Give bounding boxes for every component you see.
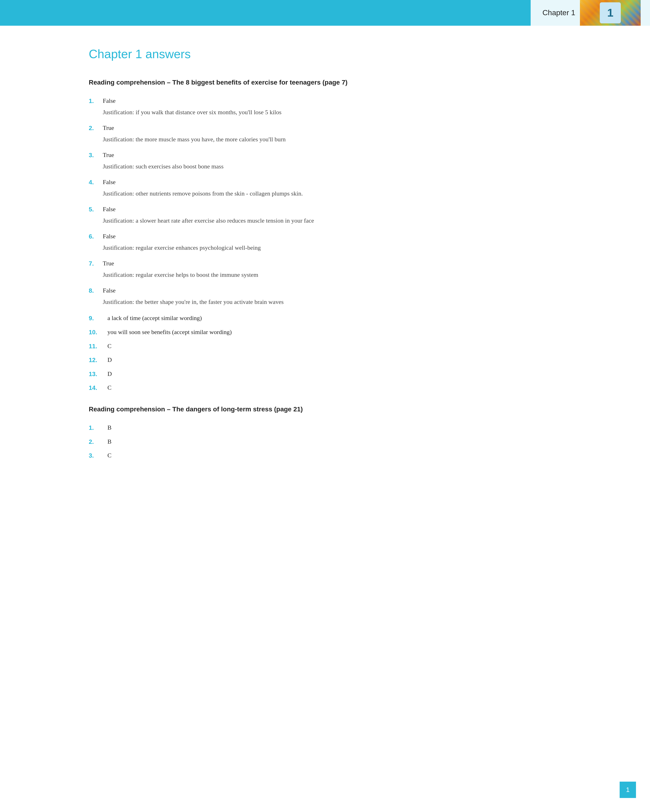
section-reading-comprehension-2: Reading comprehension – The dangers of l… [89,404,561,461]
inline-number-13: 13. [89,369,107,379]
answer-main-4: False [103,177,561,187]
chapter-image: 1 [580,0,641,26]
answer-number-7: 7. [89,259,103,269]
answer-justification-4: Justification: other nutrients remove po… [103,189,561,198]
answer-justification-3: Justification: such exercises also boost… [103,162,561,171]
inline-answer-9: 9. a lack of time (accept similar wordin… [89,313,561,323]
section-1-heading: Reading comprehension – The 8 biggest be… [89,78,561,87]
answer-content-8: False Justification: the better shape yo… [103,286,561,307]
inline-number-10: 10. [89,328,107,337]
answer-main-2: True [103,123,561,133]
answer-number-4: 4. [89,177,103,187]
section-2-heading: Reading comprehension – The dangers of l… [89,404,561,414]
content-area: Chapter 1 answers Reading comprehension … [0,26,650,491]
answer-item-2: 2. True Justification: the more muscle m… [89,123,561,144]
answer-item-7: 7. True Justification: regular exercise … [89,259,561,279]
answer-justification-6: Justification: regular exercise enhances… [103,243,561,252]
answer-item-1: 1. False Justification: if you walk that… [89,96,561,117]
answer-number-1: 1. [89,96,103,106]
answer-justification-1: Justification: if you walk that distance… [103,108,561,117]
header-bar: Chapter 1 1 [0,0,650,26]
answer-justification-5: Justification: a slower heart rate after… [103,216,561,225]
answer-justification-7: Justification: regular exercise helps to… [103,270,561,279]
header-bar-fill [0,0,531,26]
answer-item-8: 8. False Justification: the better shape… [89,286,561,307]
inline-answer-10: 10. you will soon see benefits (accept s… [89,328,561,337]
answer-justification-8: Justification: the better shape you're i… [103,298,561,307]
answer-main-5: False [103,205,561,214]
section2-number-1: 1. [89,423,107,433]
inline-number-14: 14. [89,383,107,393]
inline-answer-13: 13. D [89,369,561,379]
inline-number-11: 11. [89,342,107,351]
inline-text-13: D [107,369,112,379]
inline-answer-12: 12. D [89,355,561,365]
inline-text-10: you will soon see benefits (accept simil… [107,328,232,337]
inline-number-9: 9. [89,313,107,323]
answer-list-1: 1. False Justification: if you walk that… [89,96,561,307]
answer-content-3: True Justification: such exercises also … [103,150,561,171]
section2-text-3: C [107,451,111,460]
section2-text-2: B [107,437,111,446]
answer-main-6: False [103,232,561,241]
answer-content-5: False Justification: a slower heart rate… [103,205,561,225]
answer-number-6: 6. [89,232,103,241]
answer-item-5: 5. False Justification: a slower heart r… [89,205,561,225]
answer-item-3: 3. True Justification: such exercises al… [89,150,561,171]
answer-number-2: 2. [89,123,103,133]
answer-justification-2: Justification: the more muscle mass you … [103,135,561,144]
answer-content-4: False Justification: other nutrients rem… [103,177,561,198]
chapter-badge: Chapter 1 1 [531,0,650,26]
answer-item-6: 6. False Justification: regular exercise… [89,232,561,252]
answer-main-8: False [103,286,561,295]
section-reading-comprehension-1: Reading comprehension – The 8 biggest be… [89,78,561,393]
inline-answer-list-2: 1. B 2. B 3. C [89,423,561,461]
inline-number-12: 12. [89,355,107,365]
chapter-number-icon: 1 [600,2,621,23]
chapter-badge-label: Chapter 1 [542,7,575,19]
section2-text-1: B [107,423,111,432]
answer-content-7: True Justification: regular exercise hel… [103,259,561,279]
inline-text-14: C [107,383,111,392]
page-number-badge: 1 [619,781,636,798]
answer-number-8: 8. [89,286,103,296]
inline-answer-14: 14. C [89,383,561,393]
page-title: Chapter 1 answers [89,44,561,64]
inline-text-11: C [107,342,111,351]
answer-main-3: True [103,150,561,160]
answer-number-5: 5. [89,205,103,214]
section2-number-2: 2. [89,437,107,447]
inline-text-9: a lack of time (accept similar wording) [107,313,202,323]
inline-answer-11: 11. C [89,342,561,351]
section2-answer-3: 3. C [89,451,561,461]
answer-number-3: 3. [89,150,103,160]
section2-number-3: 3. [89,451,107,461]
inline-text-12: D [107,355,112,365]
section2-answer-1: 1. B [89,423,561,433]
answer-content-6: False Justification: regular exercise en… [103,232,561,252]
answer-item-4: 4. False Justification: other nutrients … [89,177,561,198]
page-wrapper: Chapter 1 1 Chapter 1 answers Reading co… [0,0,650,812]
answer-main-7: True [103,259,561,268]
answer-content-1: False Justification: if you walk that di… [103,96,561,117]
section2-answer-2: 2. B [89,437,561,447]
answer-content-2: True Justification: the more muscle mass… [103,123,561,144]
answer-main-1: False [103,96,561,105]
inline-answer-list-1: 9. a lack of time (accept similar wordin… [89,313,561,393]
